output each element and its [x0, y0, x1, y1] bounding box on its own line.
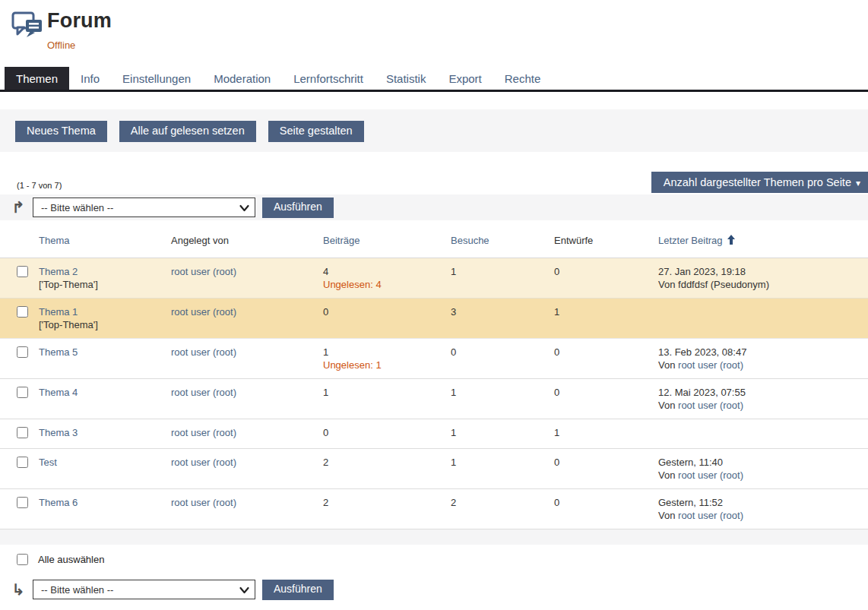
author-link[interactable]: root user (root)	[171, 457, 236, 468]
column-header-entwuerfe: Entwürfe	[554, 234, 658, 247]
row-checkbox[interactable]	[17, 427, 28, 438]
mark-all-read-button[interactable]: Alle auf gelesen setzen	[119, 121, 256, 142]
visits-count: 3	[451, 305, 554, 318]
bulk-action-select-top[interactable]: -- Bitte wählen --	[33, 198, 255, 217]
table-row: Thema 2 ['Top-Thema'] root user (root) 4…	[0, 258, 868, 299]
offline-status: Offline	[47, 40, 75, 51]
page-title: Forum	[47, 9, 112, 33]
last-post-by-prefix: Von	[658, 510, 675, 521]
apply-down-arrow-icon: ↳	[11, 582, 26, 597]
table-row: Test root user (root) 2 1 0 Gestern, 11:…	[0, 449, 868, 489]
posts-count: 4	[323, 266, 328, 277]
last-post-author-link[interactable]: root user (root)	[678, 400, 743, 411]
table-header-row: Thema Angelegt von Beiträge Besuche Entw…	[0, 223, 868, 258]
row-checkbox[interactable]	[17, 387, 28, 398]
table-row: Thema 5 root user (root) 1 Ungelesen: 1 …	[0, 339, 868, 379]
topic-tag: ['Top-Thema']	[39, 279, 98, 290]
last-post-author-link[interactable]: root user (root)	[678, 359, 743, 371]
posts-count: 0	[323, 426, 451, 439]
topic-link[interactable]: Thema 1	[39, 306, 78, 318]
topic-link[interactable]: Thema 5	[39, 346, 78, 358]
table-row: Thema 1 ['Top-Thema'] root user (root) 0…	[0, 299, 868, 339]
column-header-thema[interactable]: Thema	[39, 234, 171, 247]
caret-down-icon: ▾	[856, 178, 860, 188]
topic-link[interactable]: Thema 2	[39, 266, 78, 277]
last-post-date: 12. Mai 2023, 07:55	[658, 387, 746, 398]
per-page-label: Anzahl dargestellter Themen pro Seite	[664, 176, 851, 188]
select-all-checkbox[interactable]	[17, 554, 28, 565]
topics-table: Thema Angelegt von Beiträge Besuche Entw…	[0, 223, 868, 529]
last-post-author-link[interactable]: root user (root)	[678, 469, 743, 481]
last-post-by-prefix: Von	[658, 359, 675, 371]
execute-button-top[interactable]: Ausführen	[262, 198, 334, 218]
author-link[interactable]: root user (root)	[171, 306, 236, 318]
posts-count: 2	[323, 456, 451, 469]
drafts-count: 0	[554, 456, 658, 469]
per-page-button[interactable]: Anzahl dargestellter Themen pro Seite▾	[651, 172, 868, 193]
tab-moderation[interactable]: Moderation	[202, 67, 282, 90]
last-post-author-link[interactable]: root user (root)	[678, 510, 743, 521]
visits-count: 1	[451, 386, 554, 399]
new-topic-button[interactable]: Neues Thema	[15, 121, 107, 142]
posts-count: 1	[323, 346, 328, 358]
row-checkbox[interactable]	[17, 346, 28, 358]
pagination-top: (1 - 7 von 7)	[17, 181, 62, 190]
row-checkbox[interactable]	[17, 266, 28, 277]
drafts-count: 0	[554, 265, 658, 278]
bulk-action-bar-top: ↱ -- Bitte wählen -- Ausführen	[0, 194, 868, 220]
row-checkbox[interactable]	[17, 457, 28, 468]
select-all-label[interactable]: Alle auswählen	[38, 554, 104, 565]
column-header-beitraege[interactable]: Beiträge	[323, 234, 451, 247]
author-link[interactable]: root user (root)	[171, 266, 236, 277]
unread-count: Ungelesen: 1	[323, 359, 382, 371]
table-row: Thema 3 root user (root) 0 1 1	[0, 419, 868, 449]
last-post-by-prefix: Von	[658, 400, 675, 411]
tab-lernfortschritt[interactable]: Lernfortschritt	[282, 67, 375, 90]
table-row: Thema 6 root user (root) 2 2 0 Gestern, …	[0, 489, 868, 529]
visits-count: 2	[451, 496, 554, 509]
page-header: Forum Offline	[0, 0, 868, 58]
tab-statistik[interactable]: Statistik	[375, 67, 438, 90]
last-post-date: Gestern, 11:40	[658, 457, 723, 468]
tab-einstellungen[interactable]: Einstellungen	[111, 67, 202, 90]
topic-link[interactable]: Thema 4	[39, 387, 78, 398]
column-header-letzter-beitrag[interactable]: Letzter Beitrag	[658, 234, 868, 248]
row-checkbox[interactable]	[17, 497, 28, 508]
last-post-author: fddfdsf (Pseudonym)	[678, 279, 769, 290]
author-link[interactable]: root user (root)	[171, 346, 236, 358]
visits-count: 0	[451, 346, 554, 359]
drafts-count: 1	[554, 305, 658, 318]
last-post-date: 27. Jan 2023, 19:18	[658, 266, 746, 277]
posts-count: 1	[323, 386, 451, 399]
topic-link[interactable]: Thema 3	[39, 427, 78, 438]
visits-count: 1	[451, 456, 554, 469]
drafts-count: 0	[554, 346, 658, 359]
tab-export[interactable]: Export	[437, 67, 493, 90]
author-link[interactable]: root user (root)	[171, 427, 236, 438]
tab-info[interactable]: Info	[69, 67, 111, 90]
posts-count: 0	[323, 305, 451, 318]
drafts-count: 0	[554, 386, 658, 399]
topic-link[interactable]: Thema 6	[39, 497, 78, 508]
unread-count: Ungelesen: 4	[323, 279, 382, 290]
column-header-angelegt-von: Angelegt von	[171, 234, 323, 247]
action-toolbar: Neues Thema Alle auf gelesen setzen Seit…	[0, 109, 868, 152]
tab-rechte[interactable]: Rechte	[493, 67, 553, 90]
bulk-action-bar-bottom: ↳ -- Bitte wählen -- Ausführen	[0, 577, 868, 602]
forum-icon	[11, 11, 44, 43]
topic-tag: ['Top-Thema']	[39, 319, 98, 330]
row-checkbox[interactable]	[17, 306, 28, 318]
author-link[interactable]: root user (root)	[171, 497, 236, 508]
topic-link[interactable]: Test	[39, 457, 57, 468]
tab-bar: Themen Info Einstellungen Moderation Ler…	[0, 67, 868, 92]
posts-count: 2	[323, 496, 451, 509]
bulk-action-select-bottom[interactable]: -- Bitte wählen --	[33, 580, 255, 599]
design-page-button[interactable]: Seite gestalten	[268, 121, 364, 142]
execute-button-bottom[interactable]: Ausführen	[262, 580, 334, 600]
column-header-besuche[interactable]: Besuche	[451, 234, 554, 247]
sort-ascending-icon	[727, 235, 736, 247]
apply-up-arrow-icon: ↱	[11, 200, 26, 215]
tab-themen[interactable]: Themen	[5, 67, 69, 90]
author-link[interactable]: root user (root)	[171, 387, 236, 398]
last-post-date: Gestern, 11:52	[658, 497, 723, 508]
